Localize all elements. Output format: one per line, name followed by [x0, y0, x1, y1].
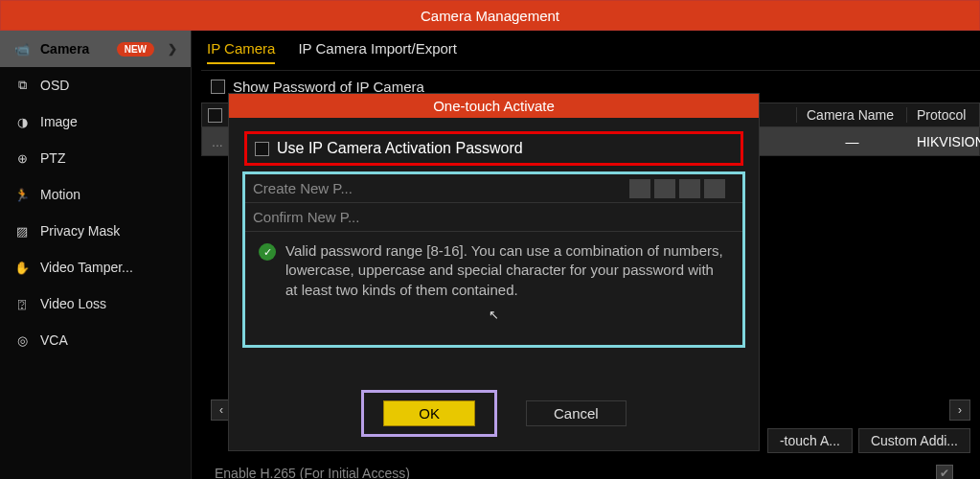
create-password-label: Create New P... — [253, 180, 416, 196]
use-ip-camera-password-row: Use IP Camera Activation Password — [244, 131, 743, 166]
sidebar-item-ptz[interactable]: ⊕ PTZ — [0, 140, 191, 176]
sidebar-item-label: VCA — [40, 332, 68, 348]
one-touch-activate-dialog: One-touch Activate Use IP Camera Activat… — [228, 93, 760, 451]
confirm-password-label: Confirm New P... — [253, 209, 416, 225]
enable-h265-label: Enable H.265 (For Initial Access) — [215, 466, 410, 479]
chevron-right-icon: ❯ — [168, 42, 177, 56]
mask-icon: ▨ — [13, 223, 31, 239]
tamper-icon: ✋ — [13, 260, 31, 275]
video-loss-icon: ⍰ — [13, 296, 31, 311]
osd-icon: ⧉ — [13, 78, 31, 93]
tab-ip-camera-import-export[interactable]: IP Camera Import/Export — [298, 40, 457, 64]
sidebar: 📹 Camera NEW ❯ ⧉ OSD ◑ Image ⊕ PTZ 🏃 Mot… — [0, 31, 192, 479]
password-section: Create New P... Confirm New P... ✓ Valid… — [242, 171, 745, 348]
password-hint: ✓ Valid password range [8-16]. You can u… — [245, 232, 742, 304]
col-camera-name: Camera Name — [797, 107, 907, 123]
cell-camera-name: — — [797, 134, 907, 149]
use-ip-camera-password-label: Use IP Camera Activation Password — [277, 140, 523, 157]
one-touch-button[interactable]: -touch A... — [767, 428, 853, 453]
sidebar-item-video-loss[interactable]: ⍰ Video Loss — [0, 285, 191, 322]
sidebar-item-label: PTZ — [40, 150, 65, 166]
tab-ip-camera[interactable]: IP Camera — [207, 40, 275, 64]
sidebar-item-motion[interactable]: 🏃 Motion — [0, 176, 191, 213]
cancel-button[interactable]: Cancel — [526, 400, 627, 426]
sidebar-item-video-tamper[interactable]: ✋ Video Tamper... — [0, 249, 191, 285]
select-all-checkbox[interactable] — [208, 108, 222, 123]
sidebar-item-label: Video Loss — [40, 296, 106, 311]
sidebar-item-label: OSD — [40, 78, 69, 93]
tab-bar: IP Camera IP Camera Import/Export — [201, 31, 980, 71]
ok-button-highlight: OK — [361, 390, 497, 437]
new-badge: NEW — [117, 42, 154, 57]
col-protocol: Protocol — [907, 107, 979, 123]
use-ip-camera-password-checkbox[interactable] — [255, 142, 269, 156]
cell-protocol: HIKVISION — [907, 134, 979, 149]
dialog-title: One-touch Activate — [229, 94, 759, 118]
camera-icon: 📹 — [13, 41, 31, 57]
sidebar-item-privacy-mask[interactable]: ▨ Privacy Mask — [0, 213, 191, 249]
sidebar-item-vca[interactable]: ◎ VCA — [0, 322, 191, 358]
ok-button[interactable]: OK — [383, 400, 475, 426]
password-strength-indicator — [629, 179, 725, 198]
enable-h265-checkbox[interactable]: ✔ — [936, 465, 953, 479]
password-hint-text: Valid password range [8-16]. You can use… — [285, 241, 725, 300]
confirm-password-row: Confirm New P... — [245, 203, 742, 232]
image-icon: ◑ — [13, 114, 31, 129]
custom-add-button[interactable]: Custom Addi... — [858, 428, 970, 453]
sidebar-item-label: Camera — [40, 41, 89, 57]
sidebar-item-camera[interactable]: 📹 Camera NEW ❯ — [0, 31, 191, 67]
cursor-icon: ↖ — [245, 308, 742, 322]
sidebar-item-label: Privacy Mask — [40, 223, 120, 239]
motion-icon: 🏃 — [13, 187, 31, 202]
sidebar-item-label: Motion — [40, 187, 80, 202]
show-password-checkbox[interactable] — [211, 80, 225, 94]
window-title: Camera Management — [0, 0, 980, 31]
ptz-icon: ⊕ — [13, 150, 31, 166]
scroll-right-button[interactable]: › — [949, 399, 970, 421]
check-icon: ✓ — [259, 243, 276, 261]
vca-icon: ◎ — [13, 332, 31, 348]
sidebar-item-image[interactable]: ◑ Image — [0, 103, 191, 140]
create-password-row: Create New P... — [245, 174, 742, 203]
enable-h265-row: Enable H.265 (For Initial Access) ✔ — [201, 457, 980, 479]
sidebar-item-label: Image — [40, 114, 78, 129]
sidebar-item-label: Video Tamper... — [40, 260, 133, 275]
sidebar-item-osd[interactable]: ⧉ OSD — [0, 67, 191, 103]
